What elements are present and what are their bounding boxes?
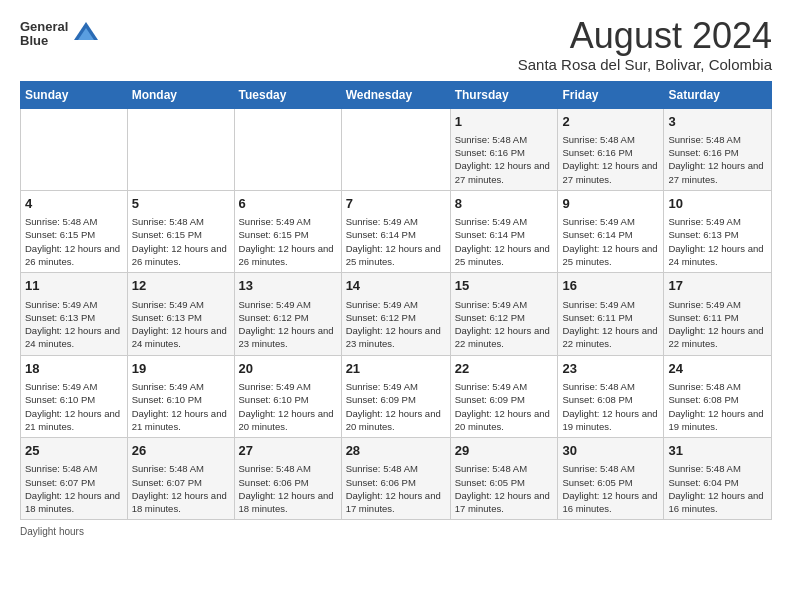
day-cell: 12Sunrise: 5:49 AM Sunset: 6:13 PM Dayli… (127, 273, 234, 355)
day-number: 19 (132, 360, 230, 378)
day-cell: 21Sunrise: 5:49 AM Sunset: 6:09 PM Dayli… (341, 355, 450, 437)
title-area: August 2024 Santa Rosa del Sur, Bolivar,… (518, 16, 772, 73)
day-number: 9 (562, 195, 659, 213)
day-cell: 28Sunrise: 5:48 AM Sunset: 6:06 PM Dayli… (341, 438, 450, 520)
logo: General Blue (20, 20, 100, 49)
day-number: 1 (455, 113, 554, 131)
day-cell: 22Sunrise: 5:49 AM Sunset: 6:09 PM Dayli… (450, 355, 558, 437)
day-cell: 14Sunrise: 5:49 AM Sunset: 6:12 PM Dayli… (341, 273, 450, 355)
day-cell: 1Sunrise: 5:48 AM Sunset: 6:16 PM Daylig… (450, 108, 558, 190)
logo-line1: General (20, 20, 68, 34)
day-cell: 10Sunrise: 5:49 AM Sunset: 6:13 PM Dayli… (664, 190, 772, 272)
day-number: 2 (562, 113, 659, 131)
logo-icon (72, 20, 100, 48)
day-number: 31 (668, 442, 767, 460)
header-cell-saturday: Saturday (664, 81, 772, 108)
day-cell: 18Sunrise: 5:49 AM Sunset: 6:10 PM Dayli… (21, 355, 128, 437)
day-number: 27 (239, 442, 337, 460)
day-number: 29 (455, 442, 554, 460)
day-number: 26 (132, 442, 230, 460)
day-cell: 20Sunrise: 5:49 AM Sunset: 6:10 PM Dayli… (234, 355, 341, 437)
day-cell: 16Sunrise: 5:49 AM Sunset: 6:11 PM Dayli… (558, 273, 664, 355)
main-title: August 2024 (518, 16, 772, 56)
day-number: 21 (346, 360, 446, 378)
day-number: 18 (25, 360, 123, 378)
day-cell: 29Sunrise: 5:48 AM Sunset: 6:05 PM Dayli… (450, 438, 558, 520)
calendar-header: SundayMondayTuesdayWednesdayThursdayFrid… (21, 81, 772, 108)
header-cell-friday: Friday (558, 81, 664, 108)
day-cell (341, 108, 450, 190)
daylight-label: Daylight hours (20, 526, 84, 537)
day-number: 30 (562, 442, 659, 460)
day-cell: 30Sunrise: 5:48 AM Sunset: 6:05 PM Dayli… (558, 438, 664, 520)
day-cell (234, 108, 341, 190)
day-cell: 25Sunrise: 5:48 AM Sunset: 6:07 PM Dayli… (21, 438, 128, 520)
day-cell: 26Sunrise: 5:48 AM Sunset: 6:07 PM Dayli… (127, 438, 234, 520)
day-number: 14 (346, 277, 446, 295)
day-number: 20 (239, 360, 337, 378)
day-number: 28 (346, 442, 446, 460)
day-number: 24 (668, 360, 767, 378)
footer: Daylight hours (20, 526, 772, 537)
header-cell-monday: Monday (127, 81, 234, 108)
day-cell: 13Sunrise: 5:49 AM Sunset: 6:12 PM Dayli… (234, 273, 341, 355)
day-cell (127, 108, 234, 190)
day-number: 17 (668, 277, 767, 295)
day-cell: 8Sunrise: 5:49 AM Sunset: 6:14 PM Daylig… (450, 190, 558, 272)
day-cell: 2Sunrise: 5:48 AM Sunset: 6:16 PM Daylig… (558, 108, 664, 190)
day-cell: 15Sunrise: 5:49 AM Sunset: 6:12 PM Dayli… (450, 273, 558, 355)
week-row-2: 4Sunrise: 5:48 AM Sunset: 6:15 PM Daylig… (21, 190, 772, 272)
week-row-3: 11Sunrise: 5:49 AM Sunset: 6:13 PM Dayli… (21, 273, 772, 355)
day-number: 5 (132, 195, 230, 213)
logo-line2: Blue (20, 34, 68, 48)
calendar-table: SundayMondayTuesdayWednesdayThursdayFrid… (20, 81, 772, 521)
day-number: 25 (25, 442, 123, 460)
day-cell: 17Sunrise: 5:49 AM Sunset: 6:11 PM Dayli… (664, 273, 772, 355)
day-cell: 3Sunrise: 5:48 AM Sunset: 6:16 PM Daylig… (664, 108, 772, 190)
day-cell: 31Sunrise: 5:48 AM Sunset: 6:04 PM Dayli… (664, 438, 772, 520)
day-number: 13 (239, 277, 337, 295)
day-cell: 11Sunrise: 5:49 AM Sunset: 6:13 PM Dayli… (21, 273, 128, 355)
day-cell: 19Sunrise: 5:49 AM Sunset: 6:10 PM Dayli… (127, 355, 234, 437)
day-cell: 27Sunrise: 5:48 AM Sunset: 6:06 PM Dayli… (234, 438, 341, 520)
day-cell: 7Sunrise: 5:49 AM Sunset: 6:14 PM Daylig… (341, 190, 450, 272)
header-row: SundayMondayTuesdayWednesdayThursdayFrid… (21, 81, 772, 108)
day-number: 10 (668, 195, 767, 213)
day-number: 8 (455, 195, 554, 213)
week-row-4: 18Sunrise: 5:49 AM Sunset: 6:10 PM Dayli… (21, 355, 772, 437)
header-cell-thursday: Thursday (450, 81, 558, 108)
day-cell (21, 108, 128, 190)
day-number: 7 (346, 195, 446, 213)
day-cell: 4Sunrise: 5:48 AM Sunset: 6:15 PM Daylig… (21, 190, 128, 272)
page: General Blue August 2024 Santa Rosa del … (0, 0, 792, 547)
header-cell-sunday: Sunday (21, 81, 128, 108)
week-row-5: 25Sunrise: 5:48 AM Sunset: 6:07 PM Dayli… (21, 438, 772, 520)
day-cell: 5Sunrise: 5:48 AM Sunset: 6:15 PM Daylig… (127, 190, 234, 272)
day-number: 16 (562, 277, 659, 295)
day-cell: 6Sunrise: 5:49 AM Sunset: 6:15 PM Daylig… (234, 190, 341, 272)
day-number: 4 (25, 195, 123, 213)
day-cell: 24Sunrise: 5:48 AM Sunset: 6:08 PM Dayli… (664, 355, 772, 437)
day-number: 22 (455, 360, 554, 378)
header-cell-tuesday: Tuesday (234, 81, 341, 108)
header-cell-wednesday: Wednesday (341, 81, 450, 108)
day-cell: 9Sunrise: 5:49 AM Sunset: 6:14 PM Daylig… (558, 190, 664, 272)
day-number: 23 (562, 360, 659, 378)
header: General Blue August 2024 Santa Rosa del … (20, 16, 772, 73)
calendar-body: 1Sunrise: 5:48 AM Sunset: 6:16 PM Daylig… (21, 108, 772, 520)
day-number: 15 (455, 277, 554, 295)
subtitle: Santa Rosa del Sur, Bolivar, Colombia (518, 56, 772, 73)
day-number: 12 (132, 277, 230, 295)
day-number: 11 (25, 277, 123, 295)
day-number: 6 (239, 195, 337, 213)
day-number: 3 (668, 113, 767, 131)
logo-text: General Blue (20, 20, 68, 49)
week-row-1: 1Sunrise: 5:48 AM Sunset: 6:16 PM Daylig… (21, 108, 772, 190)
day-cell: 23Sunrise: 5:48 AM Sunset: 6:08 PM Dayli… (558, 355, 664, 437)
